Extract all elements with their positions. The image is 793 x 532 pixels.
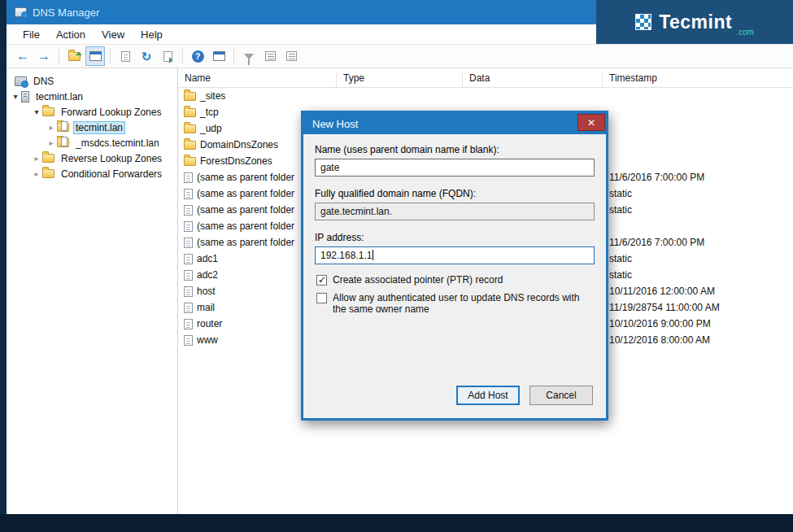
record-icon: [184, 238, 193, 248]
record-icon: [184, 254, 193, 264]
ip-address-value: 192.168.1.1: [320, 250, 372, 261]
checkbox-checked-icon[interactable]: [316, 275, 327, 286]
column-header-timestamp[interactable]: Timestamp: [603, 72, 793, 87]
cancel-button[interactable]: Cancel: [529, 386, 593, 405]
tree-item-forward-lookup-zones[interactable]: Forward Lookup Zones: [7, 104, 177, 120]
console-tree-toggle-button[interactable]: [64, 46, 84, 66]
close-icon: ✕: [587, 117, 595, 129]
record-name: (same as parent folder: [197, 204, 294, 216]
zone-icon: [57, 123, 69, 132]
folder-icon: [42, 154, 54, 163]
help-button[interactable]: ?: [188, 46, 207, 66]
ptr-record-checkbox[interactable]: Create associated pointer (PTR) record: [316, 274, 595, 286]
record-timestamp: 10/10/2016 9:00:00 PM: [603, 318, 793, 329]
record-icon: [184, 270, 193, 281]
record-icon: [184, 92, 196, 101]
record-icon: [184, 108, 196, 117]
column-header-type[interactable]: Type: [337, 72, 463, 87]
refresh-button[interactable]: ↻: [137, 46, 156, 66]
menu-help[interactable]: Help: [133, 26, 171, 43]
new-window-icon: [213, 51, 225, 61]
dialog-close-button[interactable]: ✕: [577, 114, 605, 131]
tree-item-dns-root[interactable]: DNS: [7, 73, 177, 89]
column-header-name[interactable]: Name: [178, 72, 337, 87]
expander-icon[interactable]: [31, 154, 42, 163]
tree-item-conditional-forwarders[interactable]: Conditional Forwarders: [7, 166, 177, 181]
record-name: router: [197, 318, 222, 329]
record-name: (same as parent folder: [197, 188, 294, 199]
window-title: DNS Manager: [33, 7, 99, 19]
record-timestamp: static: [603, 253, 793, 264]
tecmint-logo-text: Tecmint: [659, 11, 732, 33]
back-button[interactable]: ←: [13, 46, 33, 66]
list-view-button[interactable]: [260, 46, 280, 66]
tree-label: Conditional Forwarders: [59, 168, 164, 181]
console-window-button[interactable]: [85, 46, 105, 66]
menu-file[interactable]: File: [15, 26, 48, 43]
expander-icon[interactable]: [31, 169, 42, 178]
record-icon: [184, 303, 193, 313]
record-name: (same as parent folder: [197, 237, 294, 248]
expander-icon[interactable]: [10, 92, 21, 101]
record-name: _udp: [200, 123, 222, 134]
list-view-icon: [265, 51, 276, 61]
tree-label: tecmint.lan: [73, 121, 125, 134]
fqdn-input: gate.tecmint.lan.: [315, 203, 595, 220]
dialog-title-bar[interactable]: New Host ✕: [303, 113, 606, 134]
toolbar: ← → ↻ ?: [7, 45, 793, 68]
title-bar[interactable]: DNS Manager Tecmint .com: [7, 0, 793, 24]
filter-icon: [244, 54, 254, 59]
refresh-icon: ↻: [142, 50, 152, 63]
record-icon: [184, 124, 196, 133]
tree-item-reverse-lookup-zones[interactable]: Reverse Lookup Zones: [7, 150, 177, 166]
help-icon: ?: [192, 50, 204, 63]
record-timestamp: 11/6/2016 7:00:00 PM: [603, 172, 793, 183]
record-icon: [184, 157, 196, 166]
ip-address-input[interactable]: 192.168.1.1: [315, 246, 595, 264]
record-icon: [184, 172, 193, 183]
auth-checkbox-label: Allow any authenticated user to update D…: [333, 292, 595, 315]
export-list-icon: [163, 51, 172, 62]
record-timestamp: 11/6/2016 7:00:00 PM: [603, 237, 793, 248]
forward-icon: →: [37, 50, 50, 63]
dns-manager-app-icon: [15, 7, 27, 17]
record-name: www: [197, 334, 218, 346]
record-name: (same as parent folder: [197, 172, 294, 183]
record-name: _sites: [200, 90, 225, 102]
dialog-body: Name (uses parent domain name if blank):…: [303, 134, 606, 418]
tecmint-logo-suffix: .com: [736, 28, 754, 37]
tecmint-logo-icon: [635, 14, 651, 30]
details-view-button[interactable]: [281, 46, 301, 66]
checkbox-unchecked-icon[interactable]: [316, 293, 327, 303]
record-icon: [184, 141, 196, 150]
expander-icon[interactable]: [31, 107, 42, 116]
properties-button[interactable]: [115, 46, 135, 66]
record-timestamp: static: [603, 269, 793, 281]
folder-icon: [42, 169, 54, 178]
record-timestamp: 10/12/2016 8:00:00 AM: [603, 334, 793, 346]
tree-item-server-tecmint[interactable]: tecmint.lan: [7, 89, 177, 104]
record-icon: [184, 286, 193, 297]
console-window-icon: [89, 51, 102, 61]
tree-item-zone-tecmint[interactable]: tecmint.lan: [7, 120, 177, 135]
name-input[interactable]: gate: [315, 159, 595, 177]
record-name: (same as parent folder: [197, 220, 294, 232]
tree-label: DNS: [31, 75, 56, 88]
add-host-button[interactable]: Add Host: [456, 386, 520, 405]
tree-item-zone-msdcs[interactable]: _msdcs.tecmint.lan: [7, 135, 177, 150]
forward-button[interactable]: →: [34, 46, 54, 66]
export-list-button[interactable]: [158, 46, 177, 66]
menu-action[interactable]: Action: [48, 26, 94, 43]
dns-root-icon: [15, 76, 27, 86]
expander-icon[interactable]: [46, 123, 57, 132]
record-row[interactable]: _sites: [178, 88, 793, 104]
filter-button[interactable]: [239, 46, 259, 66]
toolbar-separator: [110, 49, 111, 63]
expander-icon[interactable]: [46, 138, 57, 147]
column-header-data[interactable]: Data: [463, 72, 603, 87]
menu-view[interactable]: View: [94, 26, 133, 43]
new-window-button[interactable]: [209, 46, 229, 66]
record-icon: [184, 205, 193, 216]
name-value: gate: [320, 162, 339, 173]
authenticated-update-checkbox[interactable]: Allow any authenticated user to update D…: [316, 292, 595, 315]
